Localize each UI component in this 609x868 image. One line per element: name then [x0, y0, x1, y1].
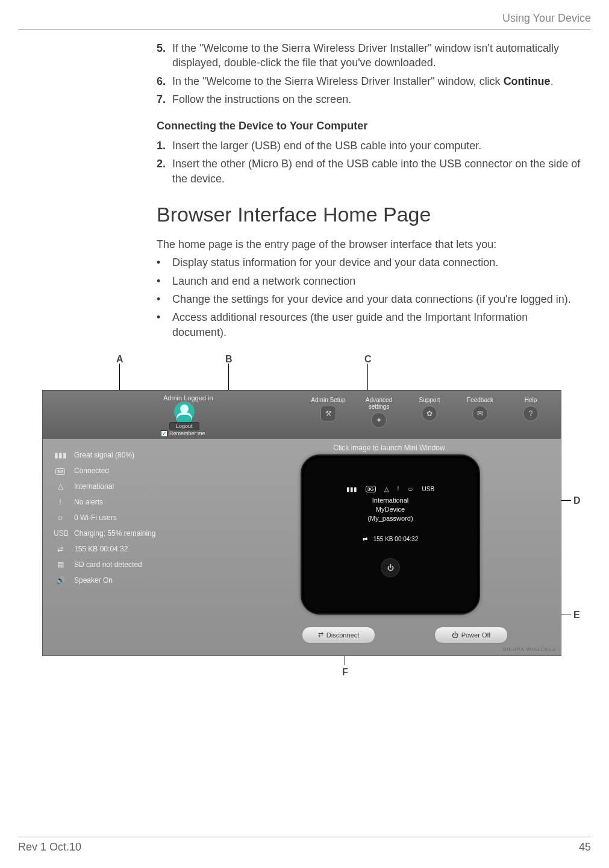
data-icon: ⇄: [363, 536, 367, 542]
3g-icon: 3G: [366, 486, 376, 492]
roaming-icon: △: [384, 486, 389, 492]
status-text: Connected: [74, 467, 109, 475]
continue-bold: Continue: [504, 75, 551, 87]
step-6-prefix: In the "Welcome to the Sierra Wireless D…: [172, 75, 504, 87]
nav-label: Advanced settings: [361, 397, 397, 410]
top-nav: Admin Setup ⚒ Advanced settings ✦ Suppor…: [310, 397, 549, 428]
step-num: 7.: [157, 92, 172, 107]
usb-icon: USB: [54, 529, 67, 538]
nav-support[interactable]: Support ✿: [411, 397, 448, 428]
main-area: ▮▮▮ Great signal (80%) 3G Connected △ In…: [43, 439, 561, 656]
checkbox-icon[interactable]: ✓: [161, 430, 167, 437]
mini-line1: International: [302, 496, 479, 505]
mini-line2: MyDevice: [302, 505, 479, 514]
bullet-1: • Display status information for your de…: [157, 255, 585, 270]
nav-label: Admin Setup: [310, 397, 346, 403]
status-text: 155 KB 00:04:32: [74, 545, 128, 553]
status-text: Great signal (80%): [74, 451, 134, 459]
power-off-label: Power Off: [461, 631, 491, 639]
bullet-icon: •: [157, 274, 172, 288]
power-icon[interactable]: ⏻: [381, 558, 400, 577]
power-off-button[interactable]: ⏻ Power Off: [434, 627, 508, 643]
avatar-icon[interactable]: [174, 401, 195, 422]
disconnect-icon: ⇄: [318, 631, 323, 639]
content-area: 5. If the "Welcome to the Sierra Wireles…: [157, 30, 585, 339]
step-num: 6.: [157, 74, 172, 88]
footer-rule: [18, 837, 591, 837]
bullet-text: Change the settings for your device and …: [172, 292, 571, 306]
status-charging: USB Charging; 55% remaining: [54, 525, 192, 541]
mini-status-icons: ▮▮▮ 3G △ ! ☺ USB: [302, 486, 479, 492]
step-text: In the "Welcome to the Sierra Wireless D…: [172, 74, 585, 88]
status-column: ▮▮▮ Great signal (80%) 3G Connected △ In…: [54, 447, 192, 588]
nav-advanced[interactable]: Advanced settings ✦: [361, 397, 397, 428]
step-text: Follow the instructions on the screen.: [172, 92, 585, 107]
mini-text: International MyDevice (My_password): [302, 496, 479, 523]
mini-data: ⇄ 155 KB 00:04:32: [302, 536, 479, 542]
status-text: Charging; 55% remaining: [74, 529, 155, 538]
alert-icon: !: [54, 498, 67, 506]
step-6: 6. In the "Welcome to the Sierra Wireles…: [157, 74, 585, 88]
status-text: 0 Wi-Fi users: [74, 513, 117, 522]
status-wifi-users: ☺ 0 Wi-Fi users: [54, 510, 192, 525]
sd-icon: ▤: [54, 560, 67, 569]
disconnect-label: Disconnect: [326, 631, 359, 639]
status-signal: ▮▮▮ Great signal (80%): [54, 447, 192, 463]
mini-caption: Click image to launch Mini Window: [302, 444, 476, 452]
support-icon: ✿: [422, 406, 437, 421]
nav-help[interactable]: Help ?: [513, 397, 549, 428]
step-6-suffix: .: [551, 75, 554, 87]
speaker-icon: 🔊: [54, 576, 67, 584]
admin-logged-in-label: Admin Logged in: [163, 394, 213, 401]
advanced-icon: ✦: [371, 412, 387, 428]
bullet-text: Access additional resources (the user gu…: [172, 310, 585, 339]
remember-me[interactable]: ✓ Remember me: [161, 430, 205, 437]
signal-icon: ▮▮▮: [54, 451, 67, 459]
bullet-icon: •: [157, 292, 172, 306]
status-text: SD card not detected: [74, 560, 142, 569]
connect-step-2: 2. Insert the other (Micro B) end of the…: [157, 157, 585, 186]
signal-icon: ▮▮▮: [346, 486, 357, 492]
status-intl: △ International: [54, 479, 192, 494]
help-icon: ?: [523, 406, 539, 421]
step-text: Insert the other (Micro B) end of the US…: [172, 157, 585, 186]
screenshot: Admin Logged in Logout ✓ Remember me Adm…: [42, 390, 561, 656]
step-num: 2.: [157, 157, 172, 186]
data-icon: ⇄: [54, 545, 67, 553]
page-title: Browser Interface Home Page: [157, 203, 585, 226]
status-sd: ▤ SD card not detected: [54, 557, 192, 572]
bullet-icon: •: [157, 310, 172, 339]
bullet-3: • Change the settings for your device an…: [157, 292, 585, 306]
nav-label: Help: [513, 397, 549, 403]
status-text: Speaker On: [74, 576, 113, 584]
subhead-connecting: Connecting the Device to Your Computer: [157, 120, 585, 132]
running-head: Using Your Device: [18, 12, 591, 29]
alert-icon: !: [398, 486, 399, 492]
nav-label: Support: [411, 397, 448, 403]
topbar: Admin Logged in Logout ✓ Remember me Adm…: [43, 391, 561, 439]
footer-right: 45: [579, 841, 591, 854]
setup-icon: ⚒: [320, 406, 336, 421]
nav-admin-setup[interactable]: Admin Setup ⚒: [310, 397, 346, 428]
roaming-icon: △: [54, 482, 67, 491]
step-text: If the "Welcome to the Sierra Wireless D…: [172, 41, 585, 70]
step-num: 5.: [157, 41, 172, 70]
brand-logo: SIERRA WIRELESS: [503, 646, 556, 652]
users-icon: ☺: [54, 513, 67, 522]
nav-label: Feedback: [462, 397, 498, 403]
bullet-text: Launch and end a network connection: [172, 274, 355, 288]
step-7: 7. Follow the instructions on the screen…: [157, 92, 585, 107]
bullet-4: • Access additional resources (the user …: [157, 310, 585, 339]
mini-data-text: 155 KB 00:04:32: [373, 536, 419, 542]
footer-left: Rev 1 Oct.10: [18, 841, 81, 854]
usb-icon: USB: [422, 486, 435, 492]
nav-feedback[interactable]: Feedback ✉: [462, 397, 498, 428]
users-icon: ☺: [407, 486, 413, 492]
logout-button[interactable]: Logout: [169, 422, 199, 430]
disconnect-button[interactable]: ⇄ Disconnect: [302, 627, 375, 643]
mini-window[interactable]: ▮▮▮ 3G △ ! ☺ USB International MyDevice …: [301, 454, 480, 615]
figure-wrap: A B C D E F Admin Logged in Logout ✓ Rem…: [30, 354, 584, 715]
status-text: International: [74, 482, 114, 491]
callout-d: D: [573, 495, 581, 506]
callout-f: F: [342, 667, 348, 678]
